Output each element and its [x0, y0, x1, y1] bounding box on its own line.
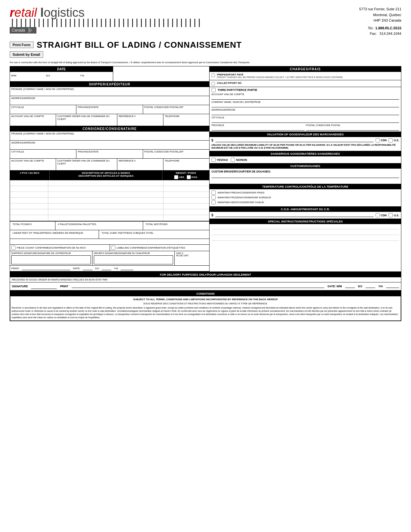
- consignee-address-input[interactable]: [11, 144, 208, 148]
- cargo-row-1: [10, 180, 209, 186]
- consignee-customer-order-input[interactable]: [57, 165, 116, 169]
- cargo-desc-6[interactable]: [48, 210, 163, 213]
- submit-email-button[interactable]: Submit by Email: [10, 51, 43, 58]
- cargo-desc-7[interactable]: [48, 215, 163, 219]
- shipper-telephone-input[interactable]: [165, 118, 208, 121]
- sig-date-mm[interactable]: [83, 267, 93, 270]
- special-input-2[interactable]: [211, 232, 399, 235]
- cargo-weight-2[interactable]: [163, 186, 209, 190]
- cargo-desc-5[interactable]: [48, 204, 163, 207]
- print-button[interactable]: Print Form: [10, 42, 34, 48]
- shipper-province-input[interactable]: [78, 109, 141, 112]
- cod-us-checkbox[interactable]: [388, 213, 393, 217]
- consignee-city-input[interactable]: [11, 153, 75, 157]
- customs-broker-input[interactable]: [211, 174, 399, 178]
- delivery-section: FOR DELIVERY PURPOSES ONLY/POUR LIVRAISO…: [10, 272, 401, 291]
- prepaid-checkbox[interactable]: [211, 74, 215, 77]
- shipper-reference-input[interactable]: [119, 118, 162, 121]
- labeling-checkbox[interactable]: [111, 246, 115, 250]
- unit-input[interactable]: [176, 258, 208, 261]
- temp-heat-checkbox[interactable]: [211, 200, 216, 204]
- valuation-header: VALUATION OF GOODS/VALEUR DES MARCHANDIS…: [210, 132, 401, 137]
- consignee-account-input[interactable]: [11, 163, 54, 166]
- special-input-3[interactable]: [211, 237, 399, 241]
- shipper-account-row: ACCOUNT #/No DE COMPTE CUSTOMER ORDER #/…: [10, 114, 209, 126]
- driver-sig-box[interactable]: [94, 255, 173, 264]
- sig-date-dj[interactable]: [102, 267, 111, 270]
- cargo-desc-2[interactable]: [48, 186, 163, 190]
- print-input[interactable]: [22, 267, 70, 270]
- total-cubic-input[interactable]: [100, 235, 208, 238]
- third-party-city-input[interactable]: [211, 119, 399, 123]
- shipper-account-input[interactable]: [11, 118, 54, 121]
- cod-cdn-group: CDN: [376, 213, 387, 217]
- shipper-customer-order-label: CUSTOMER ORDER #/No DE COMMANDE DU CLIEN…: [56, 114, 117, 121]
- kgs-checkbox[interactable]: [187, 175, 191, 179]
- lbs-checkbox[interactable]: [174, 175, 178, 179]
- valuation-us-checkbox[interactable]: [388, 138, 393, 143]
- consignee-from-input[interactable]: [11, 135, 208, 139]
- date-mm-input[interactable]: [18, 73, 44, 78]
- valuation-amount-input[interactable]: [215, 139, 374, 142]
- cod-cdn-checkbox[interactable]: [376, 213, 380, 217]
- total-linear-input[interactable]: [11, 235, 97, 238]
- cargo-pcs-5[interactable]: [10, 204, 48, 207]
- temp-frozen-checkbox[interactable]: [211, 195, 216, 200]
- third-party-account-input[interactable]: [211, 96, 399, 100]
- cargo-weight-1[interactable]: [163, 181, 209, 184]
- consignee-province-input[interactable]: [78, 153, 141, 157]
- delivery-date-dj[interactable]: [366, 284, 375, 288]
- dangerous-no-checkbox[interactable]: [231, 158, 235, 162]
- third-party-postal-input[interactable]: [306, 127, 399, 131]
- consignee-telephone-input[interactable]: [165, 163, 208, 166]
- special-input-1[interactable]: [211, 226, 399, 229]
- temp-fresh-checkbox[interactable]: [211, 191, 216, 195]
- cargo-pcs-1[interactable]: [10, 181, 48, 184]
- shipper-city-input[interactable]: [11, 109, 75, 112]
- cargo-weight-6[interactable]: [163, 210, 209, 213]
- piece-count-checkbox[interactable]: [11, 246, 15, 250]
- third-party-province-input[interactable]: [211, 127, 305, 131]
- cargo-pcs-4[interactable]: [10, 198, 48, 201]
- cargo-weight-7[interactable]: [163, 215, 209, 219]
- total-pallets-input[interactable]: [57, 226, 142, 229]
- shipper-sig-box[interactable]: [11, 255, 91, 264]
- delivery-date-mm[interactable]: [345, 284, 355, 288]
- shipper-from-input[interactable]: [11, 91, 208, 94]
- cargo-desc-4[interactable]: [48, 198, 163, 201]
- delivery-sig-row: SIGNATURE PRINT DATE: M/M D/J Y/A: [10, 282, 401, 291]
- shipper-customer-order-input[interactable]: [57, 121, 116, 124]
- third-party-company-input[interactable]: [211, 104, 399, 107]
- cod-amount-input[interactable]: [215, 213, 374, 217]
- cargo-weight-3[interactable]: [163, 192, 209, 195]
- cargo-pcs-6[interactable]: [10, 210, 48, 213]
- cargo-pcs-2[interactable]: [10, 186, 48, 190]
- cargo-pcs-3[interactable]: [10, 192, 48, 195]
- sig-date-ya[interactable]: [121, 267, 133, 270]
- collect-checkbox[interactable]: [211, 82, 215, 85]
- shipper-address-input[interactable]: [11, 100, 208, 103]
- date-dj-input[interactable]: [51, 73, 77, 78]
- cargo-weight-4[interactable]: [163, 198, 209, 201]
- cargo-pcs-7[interactable]: [10, 215, 48, 219]
- valuation-cdn-checkbox[interactable]: [376, 138, 380, 143]
- delivery-print-input[interactable]: [72, 284, 324, 288]
- consignee-from-label: FROM/DE (COMPANY NAME / NOM DE L'ENTREPR…: [10, 132, 209, 135]
- shipper-postal-input[interactable]: [144, 109, 208, 112]
- piece-count-label: PIECE COUNT CONFIRMED/CONFIRMATION DE No…: [17, 246, 86, 249]
- consignee-reference-input[interactable]: [119, 163, 162, 166]
- total-pcs-input[interactable]: [11, 226, 54, 229]
- total-weight-input[interactable]: [144, 226, 208, 229]
- date-ya-input[interactable]: [85, 73, 112, 78]
- cargo-weight-5[interactable]: [163, 204, 209, 207]
- delivery-sig-box[interactable]: [31, 284, 57, 289]
- cargo-desc-3[interactable]: [48, 192, 163, 195]
- consignee-postal-input[interactable]: [144, 153, 208, 157]
- shipper-reference-col: REFERENCE #: [117, 114, 163, 126]
- dangerous-yes-checkbox[interactable]: [211, 158, 216, 162]
- delivery-date-ya[interactable]: [386, 284, 399, 288]
- cargo-desc-1[interactable]: [48, 181, 163, 184]
- shipper-sig-label: SHIPPER'S SIGNATURE/SIGNATURE DE L'EXPÉD…: [11, 252, 91, 254]
- third-party-checkbox[interactable]: [211, 88, 216, 92]
- third-party-address-input[interactable]: [211, 112, 399, 115]
